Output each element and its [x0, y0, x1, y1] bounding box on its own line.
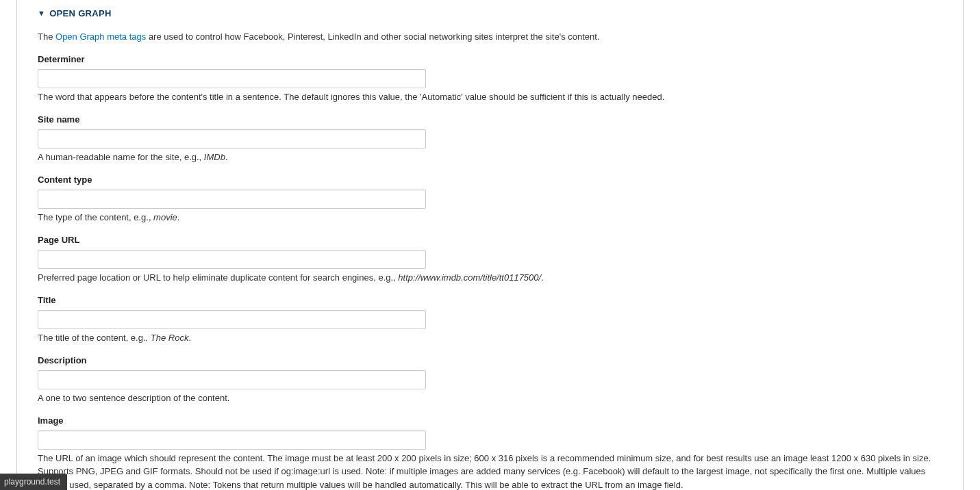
page-url-label: Page URL — [38, 233, 942, 247]
status-bar: playground.test — [0, 474, 67, 490]
content-type-label: Content type — [38, 173, 942, 187]
title-label: Title — [38, 294, 942, 307]
page-url-desc: Preferred page location or URL to help e… — [38, 271, 942, 285]
image-label: Image — [38, 414, 942, 428]
content-type-group: Content type The type of the content, e.… — [38, 173, 942, 224]
site-name-label: Site name — [38, 113, 942, 127]
determiner-group: Determiner The word that appears before … — [38, 53, 942, 103]
site-name-group: Site name A human-readable name for the … — [38, 113, 942, 164]
description-label: Description — [38, 354, 942, 368]
title-input[interactable] — [38, 310, 426, 329]
image-group: Image The URL of an image which should r… — [38, 414, 942, 490]
page-url-group: Page URL Preferred page location or URL … — [38, 233, 942, 284]
open-graph-section-toggle[interactable]: ▼ OPEN GRAPH — [38, 7, 942, 30]
description-input[interactable] — [38, 370, 426, 389]
description-desc: A one to two sentence description of the… — [38, 391, 942, 405]
image-input[interactable] — [38, 430, 426, 450]
determiner-desc: The word that appears before the content… — [38, 90, 942, 104]
title-desc: The title of the content, e.g., The Rock… — [38, 331, 942, 345]
determiner-label: Determiner — [38, 53, 942, 66]
section-title: OPEN GRAPH — [49, 7, 111, 21]
determiner-input[interactable] — [38, 69, 426, 88]
intro-text: The Open Graph meta tags are used to con… — [38, 30, 942, 44]
open-graph-link[interactable]: Open Graph meta tags — [55, 31, 146, 42]
content-type-desc: The type of the content, e.g., movie. — [38, 211, 942, 224]
title-group: Title The title of the content, e.g., Th… — [38, 294, 942, 344]
page-url-input[interactable] — [38, 250, 426, 269]
site-name-input[interactable] — [38, 129, 426, 149]
chevron-down-icon: ▼ — [38, 10, 45, 17]
image-desc: The URL of an image which should represe… — [38, 452, 942, 491]
site-name-desc: A human-readable name for the site, e.g.… — [38, 151, 942, 164]
description-group: Description A one to two sentence descri… — [38, 354, 942, 404]
content-type-input[interactable] — [38, 190, 426, 209]
main-panel: ▼ OPEN GRAPH The Open Graph meta tags ar… — [16, 0, 964, 490]
